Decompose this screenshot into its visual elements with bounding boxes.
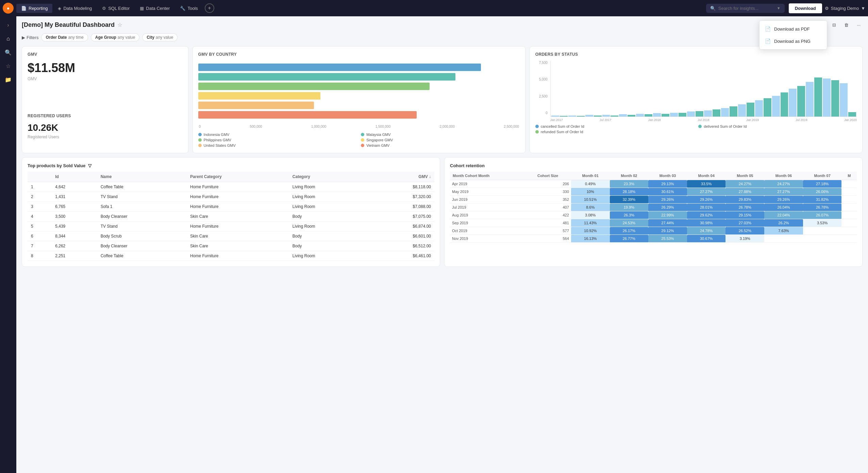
legend-vietnam: Vietnam GMV [361, 143, 520, 147]
sidebar-item-home[interactable]: ⌂ [2, 33, 14, 45]
bar-malaysia [198, 73, 520, 81]
top-products-table: Id Name Parent Category Category GMV ↓ 1… [28, 172, 434, 261]
sidebar-expand-button[interactable]: › [2, 19, 14, 31]
bar-14 [670, 113, 678, 117]
dashboard-grid-top: GMV $11.58M GMV Registered Users 10.26K … [22, 46, 863, 153]
col-month-07[interactable]: Month 07 [803, 172, 842, 180]
bar-us [198, 102, 520, 109]
bar-philippines [198, 83, 520, 90]
filter-chip-order-date[interactable]: Order Date any time [41, 33, 88, 41]
add-tab-button[interactable]: + [205, 3, 214, 13]
col-month-01[interactable]: Month 01 [571, 172, 610, 180]
col-month-06[interactable]: Month 06 [764, 172, 803, 180]
png-icon: 📄 [765, 38, 771, 44]
cohort-header-row: Month Cohort Month Cohort Size Month 01 … [450, 172, 857, 180]
nav-tab-reporting[interactable]: 📄 Reporting [16, 4, 52, 13]
col-month-04[interactable]: Month 04 [687, 172, 726, 180]
legend-cancelled: cancelled Sum of Order Id [535, 124, 695, 128]
search-input[interactable] [718, 6, 773, 11]
top-products-card: Top products by Sold Value ▽ Id Name Par… [22, 157, 440, 267]
dashboard-header: [Demo] My Beautiful Dashboard ☆ 👍 5 💬 5 … [22, 20, 863, 29]
col-month-05[interactable]: Month 05 [725, 172, 764, 180]
bar-6 [602, 115, 610, 117]
download-pdf-item[interactable]: 📄 Download as PDF [760, 23, 827, 35]
bar-11 [645, 114, 652, 117]
cohort-retention-card: Cohort retention Month Cohort Month Coho… [444, 157, 863, 267]
col-parent-category[interactable]: Parent Category [187, 172, 289, 182]
col-cohort-size[interactable]: Cohort Size [525, 172, 571, 180]
cohort-row: Oct 201957710.92%26.17%29.12%24.78%26.52… [450, 227, 857, 235]
bar-18 [704, 110, 712, 117]
col-id[interactable]: Id [52, 172, 97, 182]
bar-15 [679, 113, 686, 117]
user-menu[interactable]: ⚙ Staging Demo ▼ [825, 6, 865, 11]
more-icon: ··· [857, 22, 861, 28]
filter-chip-age-group[interactable]: Age Group any value [91, 33, 139, 41]
bar-35 [848, 112, 856, 117]
legend-malaysia: Malaysia GMV [361, 133, 520, 137]
col-month-cohort[interactable]: Month Cohort Month [450, 172, 525, 180]
share-button[interactable]: ⊟ [830, 21, 838, 29]
bar-17 [696, 111, 703, 117]
table-row: 3 6,765 Sofa 1 Home Furniture Living Roo… [28, 202, 434, 212]
sidebar-item-favorites[interactable]: ☆ [2, 60, 14, 72]
cohort-row: Jul 20194078.6%19.9%26.29%28.01%26.78%26… [450, 204, 857, 211]
bar-27 [781, 92, 788, 117]
search-icon: 🔍 [710, 6, 716, 11]
download-button[interactable]: Download [789, 3, 822, 13]
sidebar-item-folder[interactable]: 📁 [2, 73, 14, 86]
trash-button[interactable]: 🗑 [842, 21, 851, 29]
bar-13 [662, 114, 669, 117]
download-png-item[interactable]: 📄 Download as PNG [760, 35, 827, 47]
more-button[interactable]: ··· [855, 21, 863, 29]
table-row: 1 4,642 Coffee Table Home Furniture Livi… [28, 182, 434, 192]
bar-4 [585, 115, 593, 117]
col-category[interactable]: Category [289, 172, 368, 182]
cohort-row: May 201933010%28.18%30.61%27.27%27.88%27… [450, 188, 857, 196]
legend-indonesia: Indonesia GMV [198, 133, 357, 137]
cohort-row: Sep 201948111.43%24.53%27.44%30.98%27.03… [450, 219, 857, 227]
table-filter-icon[interactable]: ▽ [88, 163, 91, 168]
bar-26 [772, 96, 780, 117]
bar-30 [806, 82, 814, 117]
legend-philippines: Philippines GMV [198, 138, 357, 142]
col-row-num [28, 172, 52, 182]
sidebar: › ⌂ 🔍 ☆ 📁 [0, 16, 16, 473]
bar-1 [560, 116, 568, 117]
legend-us: United States GMV [198, 143, 357, 147]
data-center-icon: ▦ [140, 6, 144, 11]
nav-tab-sql-editor[interactable]: ⚙ SQL Editor [97, 4, 134, 13]
nav-tab-data-center[interactable]: ▦ Data Center [135, 4, 174, 13]
bar-28 [789, 89, 797, 117]
bar-jan2017 [551, 116, 559, 117]
search-bar: 🔍 ▼ [706, 4, 785, 13]
pdf-icon: 📄 [765, 26, 771, 32]
bar-3 [577, 116, 585, 117]
table-row: 5 5,439 TV Stand Home Furniture Living R… [28, 222, 434, 231]
dashboard-title: [Demo] My Beautiful Dashboard ☆ [22, 21, 122, 29]
nav-tab-tools[interactable]: 🔧 Tools [175, 4, 202, 13]
bar-24 [755, 100, 763, 117]
data-modeling-icon: ◈ [58, 6, 61, 11]
top-navigation: ● 📄 Reporting ◈ Data Modeling ⚙ SQL Edit… [0, 0, 868, 16]
table-row: 6 8,344 Body Scrub Skin Care Body $6,601… [28, 231, 434, 241]
table-row: 4 3,500 Body Cleanser Skin Care Body $7,… [28, 212, 434, 222]
download-dropdown: 📄 Download as PDF 📄 Download as PNG [759, 20, 827, 50]
bar-8 [619, 114, 627, 117]
dashboard-grid-bottom: Top products by Sold Value ▽ Id Name Par… [22, 157, 863, 267]
nav-tab-data-modeling[interactable]: ◈ Data Modeling [53, 4, 97, 13]
col-name[interactable]: Name [97, 172, 187, 182]
sidebar-item-search[interactable]: 🔍 [2, 46, 14, 58]
favorite-star-icon[interactable]: ☆ [117, 22, 122, 28]
col-month-03[interactable]: Month 03 [648, 172, 687, 180]
bar-2 [568, 116, 576, 117]
col-month-02[interactable]: Month 02 [610, 172, 649, 180]
bar-indonesia [198, 64, 520, 71]
top-products-title: Top products by Sold Value ▽ [28, 163, 434, 168]
bar-x-axis: 0500,0001,000,0001,500,0002,000,0002,500… [198, 125, 520, 128]
col-gmv[interactable]: GMV ↓ [368, 172, 434, 182]
filter-chip-city[interactable]: City any value [142, 33, 178, 41]
bar-32 [823, 78, 831, 117]
bar-5 [594, 116, 602, 117]
col-more[interactable]: M [841, 172, 857, 180]
